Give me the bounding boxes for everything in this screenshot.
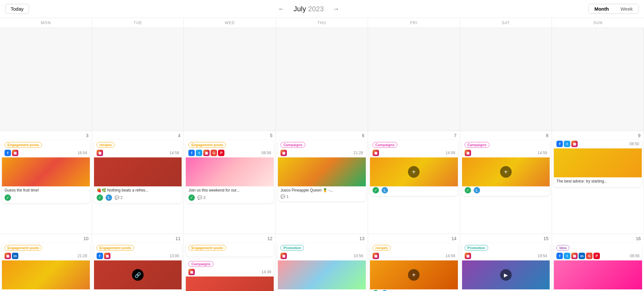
- card-image: [2, 260, 90, 289]
- social-icons: ▣: [280, 150, 287, 156]
- day-cell: [184, 28, 276, 131]
- day-number: 10: [2, 236, 90, 241]
- social-icons: ft▣inGP: [556, 253, 600, 259]
- check-icon: ✓: [5, 194, 11, 201]
- month-label: July: [293, 5, 306, 13]
- card-icons-row: ft▣GP 08:56: [186, 149, 274, 157]
- card-icons-row: ▣ 10:56: [278, 252, 366, 260]
- day-cell: 13 Promotion ▣ 10:56 Here come new flavo…: [276, 234, 368, 291]
- day-number: 16: [554, 236, 642, 241]
- category-badge: Engagement posts: [97, 245, 134, 251]
- time-label: 14:59: [537, 151, 547, 155]
- time-label: 08:56: [261, 151, 271, 155]
- post-card[interactable]: Engagement posts f▣ 16:04 Guess the frui…: [2, 140, 90, 203]
- card-footer: ✓: [2, 194, 90, 201]
- fb-icon: f: [97, 253, 103, 259]
- card-text: The best advice: try starting...: [554, 177, 642, 185]
- card-header: Engagement posts: [2, 140, 90, 149]
- user-avatar: L: [382, 187, 388, 193]
- card-image: [186, 157, 274, 186]
- card-text: Guess the fruit time!: [2, 186, 90, 194]
- tw-icon: t: [564, 141, 570, 147]
- post-card[interactable]: Promotion ▣ 19:54 ▶ From casual drinks t…: [462, 243, 550, 291]
- card-icons-row: ▣ 19:54: [462, 252, 550, 260]
- day-cell: 12 Engagement posts Campaigns ▣ 14:39 In…: [184, 234, 276, 291]
- day-number: 4: [94, 133, 182, 138]
- card-icons-row: ▣ 21:28: [278, 149, 366, 157]
- check-icon: ✓: [465, 187, 471, 193]
- prev-month-button[interactable]: ←: [275, 4, 287, 14]
- post-card[interactable]: Engagement posts: [186, 243, 274, 257]
- time-label: 08:56: [630, 254, 639, 258]
- day-number: 14: [370, 236, 458, 241]
- card-header: Engagement posts: [186, 243, 274, 252]
- time-label: 14:59: [446, 151, 455, 155]
- post-card[interactable]: Campaigns ▣ 14:39 Introducing the all-ne…: [186, 259, 274, 291]
- post-card[interactable]: recipes ▣ 14:58 🍓🌿 Nothing beats a refre…: [94, 140, 182, 203]
- add-overlay-button[interactable]: +: [408, 166, 420, 178]
- post-card[interactable]: recipes ▣ 14:59 + ✓L: [370, 243, 458, 291]
- card-image: [94, 157, 182, 186]
- ig-icon: ▣: [571, 253, 578, 259]
- card-icons-row: ▣ 14:39: [186, 268, 274, 277]
- day-header-thu: THU: [276, 18, 368, 28]
- card-text: Join us this weekend for our...: [186, 186, 274, 194]
- day-cell: [0, 28, 92, 131]
- post-card[interactable]: Engagement posts ft▣GP 08:56 Join us thi…: [186, 140, 274, 203]
- post-card[interactable]: Promotion ▣ 10:56 Here come new flavors!…: [278, 243, 366, 291]
- add-overlay-button[interactable]: +: [500, 166, 512, 178]
- category-badge: Campaigns: [188, 261, 213, 267]
- day-cell: [92, 28, 184, 131]
- post-card[interactable]: Campaigns ▣ 14:59 + ✓L: [370, 140, 458, 196]
- card-text: Here come new flavors! 🍹 ...: [278, 289, 366, 291]
- day-header-wed: WED: [184, 18, 276, 28]
- card-image: +: [370, 157, 458, 186]
- tw-icon: t: [196, 150, 202, 156]
- day-cell: 6 Campaigns ▣ 21:28 Jusco Pineapple Quee…: [276, 131, 368, 234]
- time-label: 21:28: [354, 151, 363, 155]
- day-number: 8: [462, 133, 550, 138]
- day-header-mon: MON: [0, 18, 92, 28]
- next-month-button[interactable]: →: [330, 4, 342, 14]
- social-icons: ▣: [97, 150, 103, 156]
- ig-icon: ▣: [104, 253, 110, 259]
- card-icons-row: ft▣ 08:50: [554, 140, 642, 148]
- post-card[interactable]: Engagement posts f▣ 13:00 🔗 O to the M t…: [94, 243, 182, 291]
- category-badge: Promotion: [465, 245, 488, 251]
- day-cell: 4 recipes ▣ 14:58 🍓🌿 Nothing beats a ref…: [92, 131, 184, 234]
- week-view-button[interactable]: Week: [615, 4, 639, 14]
- card-header: Campaigns: [462, 140, 550, 149]
- card-text: From casual drinks to the su...: [462, 289, 550, 291]
- li-icon: in: [579, 253, 585, 259]
- card-image: [278, 260, 366, 289]
- month-view-button[interactable]: Month: [589, 4, 615, 14]
- ig-icon: ▣: [188, 269, 195, 275]
- ig-icon: ▣: [280, 253, 287, 259]
- card-header: Promotion: [278, 243, 366, 252]
- today-button[interactable]: Today: [5, 4, 29, 14]
- day-cell: [460, 28, 552, 131]
- post-card[interactable]: ft▣ 08:50 The best advice: try starting.…: [554, 140, 642, 187]
- category-badge: Engagement posts: [188, 245, 226, 251]
- play-overlay-button[interactable]: ▶: [500, 269, 512, 281]
- time-label: 13:00: [169, 254, 179, 258]
- day-header-sat: SAT: [460, 18, 552, 28]
- card-image: [554, 260, 642, 289]
- fb-icon: f: [556, 253, 563, 259]
- category-badge: recipes: [97, 142, 115, 148]
- post-card[interactable]: Campaigns ▣ 21:28 Jusco Pineapple Queen …: [278, 140, 366, 202]
- post-card[interactable]: Engagement posts ▣in 21:28 Jusco Pineapp…: [2, 243, 90, 291]
- category-badge: Engagement posts: [188, 142, 226, 148]
- time-label: 16:04: [78, 151, 87, 155]
- month-year-title: July 2023: [293, 5, 324, 13]
- category-badge: Idea: [556, 245, 569, 251]
- day-cell: 10 Engagement posts ▣in 21:28 Jusco Pine…: [0, 234, 92, 291]
- day-cell: [368, 28, 460, 131]
- post-card[interactable]: Campaigns ▣ 14:59 + ✓L: [462, 140, 550, 196]
- social-icons: ft▣: [556, 141, 578, 147]
- add-overlay-button[interactable]: +: [408, 269, 420, 281]
- link-overlay-button[interactable]: 🔗: [132, 269, 144, 281]
- calendar-header: Today ← July 2023 → Month Week: [0, 0, 644, 18]
- post-card[interactable]: Idea ft▣inGP 08:56 Join us this weekend …: [554, 243, 642, 291]
- day-header-fri: FRI: [368, 18, 460, 28]
